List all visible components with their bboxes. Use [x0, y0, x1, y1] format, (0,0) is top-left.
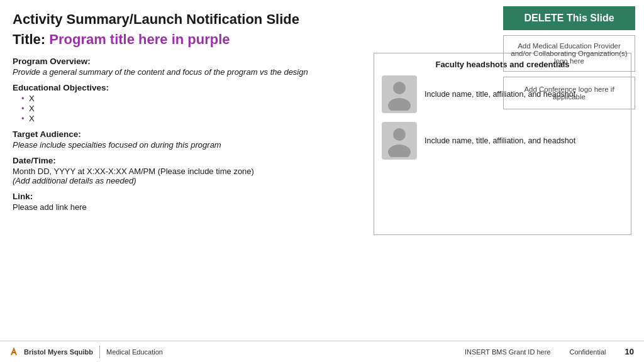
page-number: 10 [625, 347, 634, 356]
svg-point-2 [393, 128, 406, 141]
list-item: X [21, 94, 361, 103]
datetime-line2: (Add additional details as needed) [13, 176, 361, 185]
med-ed-logo-box: Add Medical Education Provider and/or Co… [503, 35, 635, 72]
faculty-member-2: Include name, title, affiliation, and he… [382, 122, 623, 160]
subtitle-prefix: Title: [13, 31, 49, 47]
link-text: Please add link here [13, 202, 361, 212]
bms-label: Bristol Myers Squibb [24, 348, 93, 356]
link-heading: Link: [13, 192, 361, 201]
list-item: X [21, 114, 361, 123]
program-overview-heading: Program Overview: [13, 57, 361, 66]
grant-id-text: INSERT BMS Grant ID here [465, 348, 551, 356]
objective-3: X [29, 114, 35, 123]
slide-footer: Bristol Myers Squibb Medical Education I… [0, 341, 644, 362]
educational-objectives-heading: Educational Objectives: [13, 83, 361, 92]
program-overview-text: Provide a general summary of the content… [13, 67, 361, 77]
avatar-2 [382, 122, 417, 160]
avatar-1 [382, 75, 417, 113]
target-audience-text: Please include specialties focused on du… [13, 140, 361, 150]
confidential-text: Confidential [569, 348, 606, 356]
objective-1: X [29, 94, 35, 103]
footer-right: INSERT BMS Grant ID here Confidential 10 [465, 347, 634, 356]
bms-logo: Bristol Myers Squibb [10, 346, 93, 358]
datetime-heading: Date/Time: [13, 156, 361, 165]
footer-divider [99, 346, 100, 358]
faculty-info-2: Include name, title, affiliation, and he… [425, 136, 575, 145]
datetime-line1: Month DD, YYYY at X:XX-X:XX AM/PM (Pleas… [13, 167, 361, 176]
conference-logo-box: Add Conference logo here if applicable [503, 77, 635, 109]
footer-left: Bristol Myers Squibb Medical Education [10, 346, 163, 358]
bms-icon [10, 346, 21, 358]
svg-point-0 [393, 82, 406, 94]
top-right-panel: DELETE This Slide Add Medical Education … [503, 6, 635, 109]
slide-container: DELETE This Slide Add Medical Education … [0, 0, 644, 362]
left-panel: Program Overview: Provide a general summ… [13, 50, 367, 341]
svg-point-1 [388, 98, 411, 111]
list-item: X [21, 104, 361, 113]
subtitle-purple-text: Program title here in purple [49, 31, 230, 47]
footer-med-ed: Medical Education [106, 348, 163, 356]
svg-point-3 [388, 145, 411, 157]
delete-slide-button[interactable]: DELETE This Slide [503, 6, 635, 30]
target-audience-heading: Target Audience: [13, 129, 361, 139]
objective-2: X [29, 104, 35, 113]
objectives-list: X X X [13, 94, 361, 123]
